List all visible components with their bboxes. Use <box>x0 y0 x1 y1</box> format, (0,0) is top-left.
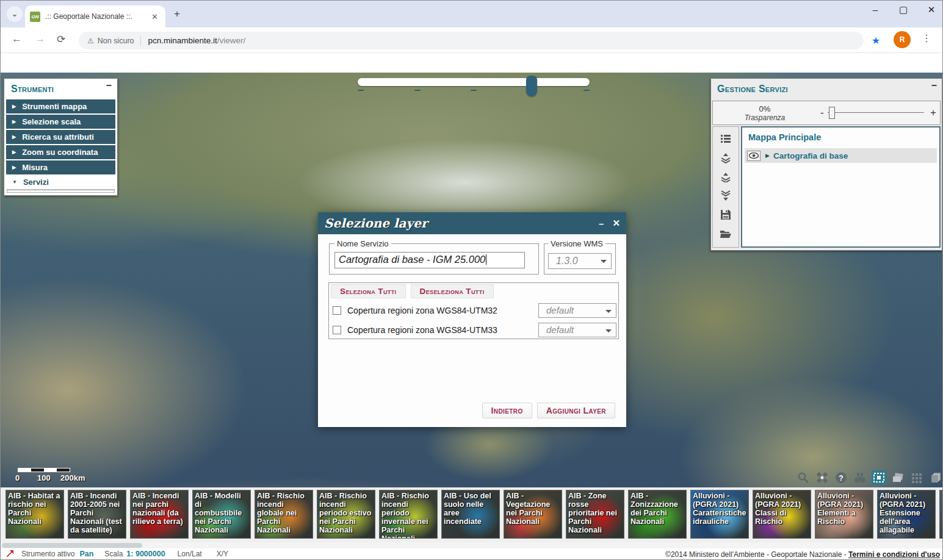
scale-label: Scala <box>104 550 123 558</box>
services-panel-minimize-icon[interactable]: – <box>931 80 937 91</box>
layer-style-select[interactable]: default <box>538 323 616 337</box>
layer-thumbnail[interactable]: AIB - Zonizzazione dei Parchi Nazionali <box>628 490 687 539</box>
tools-menu-item[interactable]: ▶ Strumenti mappa <box>6 99 115 113</box>
add-layer-button[interactable]: Aggiungi Layer <box>537 403 615 418</box>
new-tab-button[interactable]: + <box>174 8 180 20</box>
zoom-icon[interactable] <box>796 470 811 485</box>
dialog-titlebar[interactable]: Selezione layer – ✕ <box>318 212 626 234</box>
layer-visibility-toggle[interactable] <box>747 151 761 161</box>
status-bar: Strumento attivo Pan Scala 1: 9000000 Lo… <box>1 548 943 560</box>
layer-move-up-icon[interactable] <box>720 171 732 183</box>
window-close-icon[interactable]: ✕ <box>925 4 938 15</box>
scale-bar-labels: 0 100 200km <box>18 473 97 483</box>
xy-label: X/Y <box>217 550 228 558</box>
service-type-list <box>7 189 115 193</box>
layer-thumbnail[interactable]: AIB - Habitat a rischio nei Parchi Nazio… <box>5 490 64 539</box>
layer-thumbnail[interactable]: AIB - Modelli di combustibile nei Parchi… <box>192 490 251 539</box>
dialog-title: Selezione layer <box>324 216 590 231</box>
layer-thumbnail[interactable]: AIB - Zone rosse prioritarie nei Parchi … <box>566 490 624 539</box>
thumbnail-scrollbar-track[interactable] <box>1 542 943 548</box>
layer-thumbnail[interactable] <box>939 490 943 539</box>
service-type-option[interactable] <box>7 191 114 192</box>
transparency-plus-button[interactable]: + <box>927 107 940 119</box>
svg-text:?: ? <box>839 474 843 483</box>
map-scale-bar: 0 100 200km <box>18 468 97 483</box>
layer-thumbnail[interactable]: Alluvioni - (PGRA 2021) Caratteristiche … <box>690 490 749 539</box>
help-icon[interactable]: ? <box>834 470 848 485</box>
save-map-icon[interactable] <box>720 209 731 221</box>
select-all-button[interactable]: Seleziona Tutti <box>331 284 406 298</box>
layer-thumbnail[interactable]: AIB - Vegetazione nei Parchi Nazionali <box>504 490 562 539</box>
transparency-slider-thumb[interactable] <box>829 107 835 119</box>
thumbnail-scrollbar-thumb[interactable] <box>2 543 142 548</box>
terms-link[interactable]: Termini e condizioni d'uso <box>848 550 940 559</box>
layer-tree: Mappa Principale ▶ Cartografia di base <box>741 126 941 248</box>
layer-expand-icon[interactable]: ▶ <box>765 153 770 159</box>
layer-checkbox[interactable] <box>333 326 341 334</box>
menu-item-servizi[interactable]: ▼ Servizi <box>6 174 115 189</box>
back-icon[interactable]: ← <box>12 33 22 45</box>
dialog-close-icon[interactable]: ✕ <box>612 218 620 229</box>
layer-thumbnail[interactable]: AIB - Rischio incendi periodo estivo nei… <box>317 490 375 539</box>
layer-thumbnail[interactable]: AIB - Incendi nei parchi nazionali (da r… <box>130 490 189 539</box>
tools-panel-minimize-icon[interactable]: – <box>106 80 112 91</box>
layer-name[interactable]: Cartografia di base <box>773 151 848 160</box>
reload-icon[interactable]: ⟳ <box>57 33 65 46</box>
pages-icon[interactable] <box>928 470 943 485</box>
browser-tab[interactable]: GN .:: Geoportale Nazionale ::. ✕ <box>25 5 165 27</box>
layer-move-top-icon[interactable] <box>720 152 732 164</box>
grid-icon[interactable] <box>909 470 924 485</box>
window-minimize-icon[interactable]: – <box>869 4 881 15</box>
tools-menu-item[interactable]: ▶ Selezione scala <box>6 115 115 129</box>
profile-avatar[interactable]: R <box>894 31 911 48</box>
layer-move-down-icon[interactable] <box>720 190 732 202</box>
tools-menu-item[interactable]: ▶ Ricerca su attributi <box>6 130 115 144</box>
tools-menu-item[interactable]: ▶ Zoom su coordinata <box>6 145 115 159</box>
binoculars-icon[interactable] <box>853 470 867 485</box>
thumbnail-label: AIB - Rischio incendi globale nei Parchi… <box>255 490 313 536</box>
transparency-minus-button[interactable]: - <box>817 107 828 119</box>
layers-list-icon[interactable] <box>720 133 731 145</box>
dialog-minimize-icon[interactable]: – <box>599 218 604 229</box>
layer-thumbnail[interactable]: AIB - Uso del suolo nelle aree incendiat… <box>441 490 500 539</box>
chevron-right-icon: ▶ <box>12 165 16 170</box>
url-domain: pcn.minambiente.it <box>148 36 217 45</box>
transparency-slider-track[interactable] <box>828 107 924 119</box>
not-secure-label[interactable]: Non sicuro <box>98 37 134 45</box>
timeline-track[interactable] <box>358 78 590 86</box>
layer-thumbnail[interactable]: AIB - Rischio incendi globale nei Parchi… <box>255 490 313 539</box>
forward-icon[interactable]: → <box>35 33 45 45</box>
layer-thumbnail[interactable]: Alluvioni - (PGRA 2021) Classi di Rischi… <box>753 490 811 539</box>
layer-checkbox-label: Copertura regioni zona WGS84-UTM33 <box>347 325 538 335</box>
layer-thumbnail[interactable]: AIB - Rischio incendi periodo invernale … <box>379 490 438 539</box>
layer-checkbox[interactable] <box>333 306 341 315</box>
thumbnail-label: AIB - Rischio incendi periodo invernale … <box>380 490 437 539</box>
overview-map-icon[interactable] <box>872 470 886 485</box>
images-icon[interactable] <box>891 470 905 485</box>
timeline-thumb[interactable] <box>526 76 537 96</box>
tab-close-icon[interactable]: ✕ <box>149 12 161 21</box>
layer-checkbox-group: Seleziona Tutti Deseleziona Tutti Copert… <box>328 282 619 339</box>
not-secure-icon: ⚠ <box>87 37 94 45</box>
wms-version-select[interactable]: 1.3.0 <box>548 253 612 269</box>
load-map-icon[interactable] <box>720 228 732 240</box>
thumbnail-label: AIB - Zone rosse prioritarie nei Parchi … <box>566 490 624 536</box>
layer-thumbnail[interactable]: Alluvioni - (PGRA 2021) Elementi a Risch… <box>815 490 873 539</box>
bookmark-star-icon[interactable]: ★ <box>872 35 880 46</box>
tools-menu-item[interactable]: ▶ Misura <box>6 160 115 174</box>
layer-thumbnail[interactable]: Alluvioni - (PGRA 2021) Estensione dell'… <box>877 490 936 539</box>
window-maximize-icon[interactable]: ▢ <box>897 4 909 15</box>
back-button[interactable]: Indietro <box>482 403 532 418</box>
tools-panel-title: Strumenti <box>11 84 54 95</box>
service-name-input[interactable]: Cartografia di base - IGM 25.000 <box>334 252 525 268</box>
browser-menu-icon[interactable]: ⋮ <box>922 32 931 44</box>
deselect-all-button[interactable]: Deseleziona Tutti <box>411 284 494 298</box>
browser-toolbar: ← → ⟳ ⚠ Non sicuro pcn.minambiente.it/vi… <box>1 27 942 53</box>
layer-style-select[interactable]: default <box>538 303 616 318</box>
address-bar[interactable]: ⚠ Non sicuro pcn.minambiente.it/viewer/ <box>79 32 864 49</box>
tab-search-chevron-icon[interactable]: ⌄ <box>7 6 23 22</box>
scale-label-200: 200km <box>60 473 85 483</box>
layer-thumbnail[interactable]: AIB - Incendi 2001-2005 nei Parchi Nazio… <box>68 490 126 539</box>
layer-tree-row[interactable]: ▶ Cartografia di base <box>745 148 937 163</box>
fit-extent-icon[interactable] <box>815 470 829 485</box>
